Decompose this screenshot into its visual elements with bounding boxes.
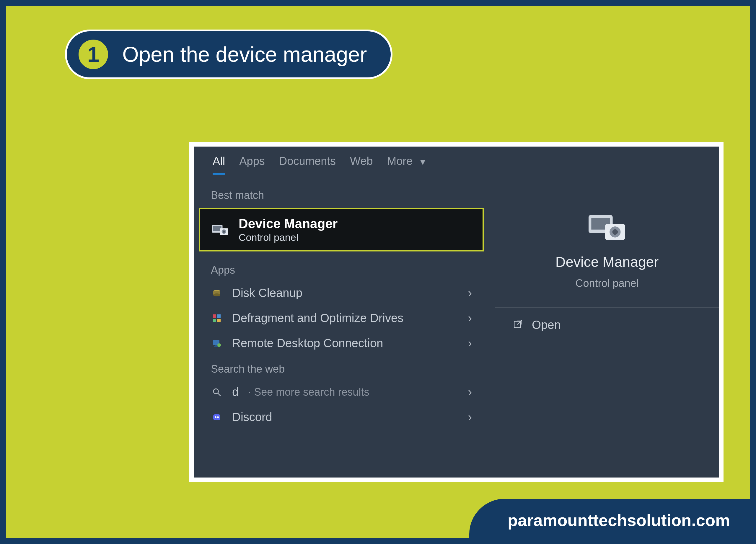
- svg-rect-10: [213, 319, 216, 322]
- search-preview-column: Device Manager Control panel Open: [495, 194, 719, 478]
- chevron-right-icon: ›: [468, 411, 472, 424]
- svg-point-15: [217, 343, 221, 347]
- svg-rect-9: [217, 315, 221, 318]
- tab-all[interactable]: All: [213, 155, 225, 173]
- svg-point-25: [612, 229, 618, 235]
- web-result-see-more[interactable]: d · See more search results ›: [199, 380, 484, 405]
- search-icon: [211, 386, 223, 398]
- tutorial-slide: 1 Open the device manager All Apps Docum…: [0, 0, 756, 544]
- tab-label: Web: [350, 155, 373, 167]
- step-number: 1: [87, 42, 99, 66]
- section-apps-label: Apps: [199, 257, 484, 281]
- svg-rect-18: [213, 414, 220, 420]
- svg-line-27: [517, 320, 522, 325]
- tab-web[interactable]: Web: [350, 155, 373, 173]
- disk-cleanup-icon: [211, 287, 223, 299]
- svg-rect-14: [214, 346, 218, 347]
- step-number-badge: 1: [79, 40, 108, 69]
- defrag-icon: [211, 312, 223, 324]
- chevron-right-icon: ›: [468, 312, 472, 325]
- step-title: Open the device manager: [122, 42, 367, 66]
- chevron-right-icon: ›: [468, 385, 472, 399]
- svg-rect-11: [217, 319, 221, 322]
- svg-point-4: [223, 230, 225, 232]
- app-label: Remote Desktop Connection: [232, 337, 459, 350]
- tab-apps[interactable]: Apps: [239, 155, 265, 173]
- svg-rect-8: [213, 315, 216, 318]
- web-query: d: [232, 385, 239, 399]
- open-icon: [513, 318, 523, 332]
- best-match-subtitle: Control panel: [239, 232, 338, 243]
- chevron-right-icon: ›: [468, 337, 472, 350]
- preview-subtitle: Control panel: [575, 277, 638, 290]
- web-hint-text: See more search results: [254, 386, 369, 398]
- preview-action-open[interactable]: Open: [495, 308, 719, 342]
- svg-line-17: [218, 393, 220, 395]
- web-result-discord[interactable]: Discord ›: [199, 405, 484, 430]
- discord-icon: [211, 411, 223, 423]
- svg-point-19: [215, 416, 216, 418]
- svg-point-20: [217, 416, 219, 418]
- tab-label: All: [213, 155, 225, 167]
- search-results-column: Best match Device Manager Contro: [194, 182, 489, 430]
- app-result-remote-desktop[interactable]: Remote Desktop Connection ›: [199, 331, 484, 356]
- svg-rect-13: [215, 345, 217, 346]
- footer-site-text: paramounttechsolution.com: [508, 511, 730, 530]
- windows-search-panel: All Apps Documents Web More ▼ Best match: [194, 146, 719, 478]
- tab-documents[interactable]: Documents: [279, 155, 336, 173]
- chevron-right-icon: ›: [468, 286, 472, 300]
- app-label: Discord: [232, 411, 459, 424]
- app-result-disk-cleanup[interactable]: Disk Cleanup ›: [199, 281, 484, 306]
- tab-label: More: [387, 155, 413, 167]
- chevron-down-icon: ▼: [419, 157, 427, 167]
- step-header: 1 Open the device manager: [65, 30, 392, 79]
- preview-action-label: Open: [532, 318, 561, 332]
- svg-point-7: [213, 294, 220, 297]
- app-label: Disk Cleanup: [232, 286, 459, 300]
- remote-desktop-icon: [211, 338, 223, 349]
- preview-hero: Device Manager Control panel: [495, 194, 719, 302]
- search-filter-tabs: All Apps Documents Web More ▼: [194, 146, 719, 173]
- screenshot-frame: All Apps Documents Web More ▼ Best match: [189, 142, 724, 482]
- preview-title: Device Manager: [555, 254, 659, 270]
- best-match-text: Device Manager Control panel: [239, 216, 338, 243]
- section-best-match-label: Best match: [199, 182, 484, 206]
- best-match-result[interactable]: Device Manager Control panel: [199, 208, 484, 251]
- tab-more[interactable]: More ▼: [387, 155, 427, 173]
- device-manager-icon: [211, 221, 230, 238]
- app-result-defragment[interactable]: Defragment and Optimize Drives ›: [199, 306, 484, 331]
- app-label: Defragment and Optimize Drives: [232, 312, 459, 325]
- footer-site-ribbon: paramounttechsolution.com: [469, 499, 754, 542]
- device-manager-icon: [586, 211, 628, 247]
- best-match-title: Device Manager: [239, 216, 338, 231]
- tab-label: Documents: [279, 155, 336, 167]
- web-hint: · See more search results: [248, 386, 369, 398]
- section-web-label: Search the web: [199, 356, 484, 380]
- tab-label: Apps: [239, 155, 265, 167]
